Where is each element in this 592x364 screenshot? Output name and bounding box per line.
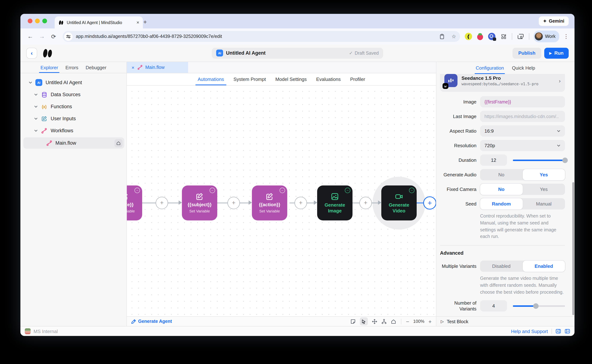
chevron-down-icon[interactable] <box>34 104 38 109</box>
tree-item-data-sources[interactable]: Data Sources <box>20 89 126 101</box>
option-yes[interactable]: Yes <box>523 169 565 180</box>
mindstudio-logo[interactable] <box>42 48 54 58</box>
option-random[interactable]: Random <box>480 198 523 209</box>
browser-tab[interactable]: Untitled AI Agent | MindStudio × <box>55 16 143 28</box>
image-input[interactable]: {{firstFrame}} <box>480 96 565 107</box>
test-block-button[interactable]: ▷ Test Block <box>436 316 574 326</box>
tab-errors[interactable]: Errors <box>66 62 78 73</box>
tab-evaluations[interactable]: Evaluations <box>316 73 341 85</box>
option-disabled[interactable]: Disabled <box>480 260 523 272</box>
model-selector-card[interactable]: w Seedance 1.5 Pro wavespeed:byteda…/see… <box>440 74 565 92</box>
toggle-right-panel-icon[interactable] <box>556 329 561 334</box>
collapse-node-icon[interactable]: − <box>345 188 350 193</box>
tree-item-workflows[interactable]: Workflows <box>20 125 126 137</box>
generate-agent-button[interactable]: Generate Agent <box>131 319 172 324</box>
chevron-down-icon[interactable] <box>34 129 38 133</box>
config-scroll-area[interactable]: w Seedance 1.5 Pro wavespeed:byteda…/see… <box>436 74 574 316</box>
chevron-down-icon[interactable] <box>34 117 38 121</box>
node-set-variable-action[interactable]: − {{action}} Set Variable <box>252 185 287 221</box>
extension-yellow-icon[interactable] <box>464 32 473 40</box>
tree-item-agent-root[interactable]: AI Untitled AI Agent <box>20 77 126 89</box>
node-set-variable-style[interactable]: − {{style}} Set Variable <box>127 185 142 221</box>
tree-item-user-inputs[interactable]: User Inputs <box>20 113 126 125</box>
last-image-input[interactable]: https://images.mindstudio-cdn.com/.. <box>480 111 565 122</box>
tab-profiler[interactable]: Profiler <box>350 73 365 85</box>
slider-thumb[interactable] <box>533 303 539 309</box>
tab-model-settings[interactable]: Model Settings <box>275 73 307 85</box>
browser-profile-chip[interactable]: Work <box>534 31 559 42</box>
close-window-button[interactable] <box>28 19 33 23</box>
add-step-button[interactable]: + <box>156 197 168 209</box>
close-icon[interactable]: × <box>132 65 134 70</box>
collapse-node-icon[interactable]: − <box>134 188 140 193</box>
tab-close-icon[interactable]: × <box>137 20 139 25</box>
resolution-select[interactable]: 720p <box>480 140 565 151</box>
collapse-node-icon[interactable]: − <box>210 188 215 193</box>
extension-1password-icon[interactable] <box>488 32 496 40</box>
collapse-node-icon[interactable]: − <box>409 188 414 193</box>
variants-input[interactable]: 4 <box>480 300 507 312</box>
agent-title-bar[interactable]: AI Untitled AI Agent ✓ Draft Saved <box>212 48 383 58</box>
duration-slider[interactable] <box>513 159 565 161</box>
back-button[interactable]: ← <box>26 32 35 41</box>
home-view-icon[interactable] <box>391 319 396 324</box>
tab-automations[interactable]: Automations <box>197 73 224 85</box>
tab-system-prompt[interactable]: System Prompt <box>233 73 266 85</box>
publish-button[interactable]: Publish <box>513 48 541 58</box>
option-no[interactable]: No <box>480 184 523 195</box>
option-no[interactable]: No <box>480 169 523 180</box>
panel-scrollbar[interactable] <box>572 182 574 315</box>
flow-canvas[interactable]: + + + + − {{style}} Set Variable − {{sub… <box>127 86 436 316</box>
address-bar[interactable]: app.mindstudio.ai/agents/857270b0-af06-4… <box>63 31 460 42</box>
collapse-node-icon[interactable]: − <box>280 188 285 193</box>
workspace-avatar[interactable] <box>25 328 31 334</box>
zoom-window-button[interactable] <box>42 19 47 23</box>
site-settings-icon[interactable] <box>64 32 72 41</box>
tree-item-functions[interactable]: (x) Functions <box>20 101 126 113</box>
select-cursor-icon[interactable] <box>360 317 368 325</box>
forward-button[interactable]: → <box>37 32 47 41</box>
bookmark-star-icon[interactable]: ☆ <box>449 33 458 39</box>
tree-item-main-flow[interactable]: Main.flow <box>23 137 124 149</box>
file-tab-main-flow[interactable]: × Main.flow <box>127 62 188 73</box>
duration-input[interactable]: 12 <box>480 155 507 166</box>
node-set-variable-subject[interactable]: − {{subject}} Set Variable <box>182 185 217 221</box>
option-yes[interactable]: Yes <box>523 184 565 195</box>
auto-layout-icon[interactable] <box>381 319 387 324</box>
zoom-out-icon[interactable]: − <box>406 318 409 325</box>
node-generate-video[interactable]: − Generate Video <box>381 185 417 221</box>
zoom-level[interactable]: 100% <box>413 319 424 324</box>
minimize-window-button[interactable] <box>35 19 40 23</box>
search-tabs-icon[interactable] <box>517 32 525 40</box>
add-step-button[interactable]: + <box>227 197 240 209</box>
help-and-support-link[interactable]: Help and Support <box>511 328 548 334</box>
clipboard-icon[interactable] <box>437 34 446 39</box>
reload-button[interactable]: ⟳ <box>49 32 58 41</box>
sticky-note-icon[interactable] <box>350 319 356 324</box>
tab-debugger[interactable]: Debugger <box>86 62 106 73</box>
variants-slider[interactable] <box>513 305 565 307</box>
new-tab-button[interactable]: + <box>141 18 150 26</box>
node-generate-image[interactable]: − Generate Image <box>317 185 353 221</box>
chevron-down-icon[interactable] <box>34 92 38 97</box>
gemini-button[interactable]: ✦ Gemini <box>539 16 569 26</box>
extensions-puzzle-icon[interactable] <box>500 32 507 40</box>
add-step-button[interactable]: + <box>359 197 372 209</box>
aspect-ratio-select[interactable]: 16:9 <box>480 125 565 137</box>
option-manual[interactable]: Manual <box>523 198 565 209</box>
option-enabled[interactable]: Enabled <box>523 260 565 272</box>
tab-explorer[interactable]: Explorer <box>40 62 58 73</box>
add-step-button[interactable]: + <box>295 197 307 209</box>
app-back-button[interactable]: ‹ <box>26 48 37 58</box>
home-badge-button[interactable] <box>114 139 123 147</box>
tab-quick-help[interactable]: Quick Help <box>512 62 535 74</box>
browser-menu-icon[interactable]: ⋮ <box>563 33 569 40</box>
pan-move-icon[interactable] <box>372 319 377 324</box>
zoom-in-icon[interactable]: + <box>428 318 432 325</box>
run-button[interactable]: ▶ Run <box>544 48 569 58</box>
chevron-down-icon[interactable] <box>28 80 33 84</box>
toggle-left-panel-icon[interactable] <box>565 329 570 334</box>
extension-strawberry-icon[interactable] <box>476 32 484 40</box>
add-step-after-selected-button[interactable]: + <box>423 196 436 209</box>
tab-configuration[interactable]: Configuration <box>476 62 504 74</box>
